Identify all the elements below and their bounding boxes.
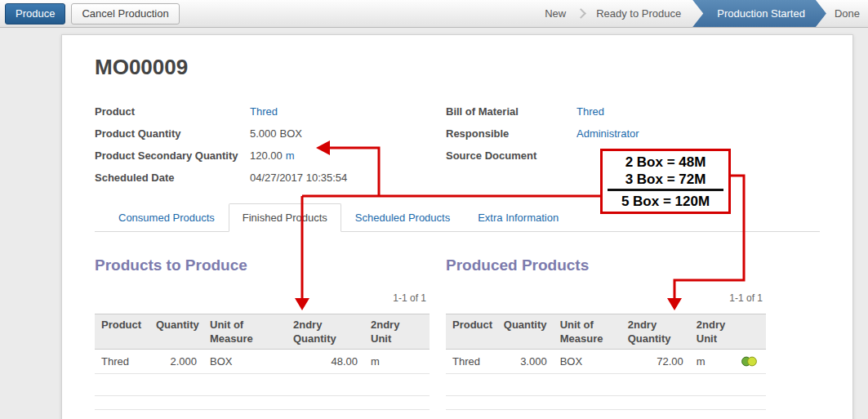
table-row[interactable]: Thred 2.000 BOX 48.00 m bbox=[95, 350, 430, 374]
field-row-responsible: Responsible Administrator bbox=[446, 123, 820, 145]
produced-products-section: Produced Products 1-1 of 1 Product Quant… bbox=[446, 256, 766, 419]
annotation-box: 2 Box = 48M 3 Box = 72M 5 Box = 120M bbox=[600, 149, 731, 214]
product-quantity-label: Product Quantity bbox=[95, 127, 250, 140]
column-header-2ndry-quantity[interactable]: 2ndry Quantity bbox=[287, 314, 364, 350]
table-header-row: Product Quantity Unit of Measure 2ndry Q… bbox=[446, 314, 766, 350]
products-to-produce-table: Product Quantity Unit of Measure 2ndry Q… bbox=[95, 314, 430, 419]
status-new[interactable]: New bbox=[536, 7, 574, 20]
scheduled-date-label: Scheduled Date bbox=[95, 172, 250, 184]
cell-action bbox=[735, 350, 766, 374]
cell-product: Thred bbox=[446, 350, 497, 374]
scheduled-date-value: 04/27/2017 10:35:54 bbox=[250, 172, 347, 184]
bill-of-material-label: Bill of Material bbox=[446, 105, 576, 118]
status-done[interactable]: Done bbox=[826, 7, 868, 20]
cell-uom: BOX bbox=[554, 350, 621, 374]
page-title: MO00009 bbox=[95, 55, 820, 79]
secondary-quantity-value: 120.00 bbox=[250, 149, 283, 162]
produced-products-pager[interactable]: 1-1 of 1 bbox=[446, 292, 763, 304]
tab-consumed-products[interactable]: Consumed Products bbox=[105, 203, 229, 232]
products-to-produce-section: Products to Produce 1-1 of 1 Product Qua… bbox=[95, 256, 430, 419]
cell-2ndry-quantity: 72.00 bbox=[621, 350, 690, 374]
field-row-bill-of-material: Bill of Material Thred bbox=[446, 100, 820, 123]
products-to-produce-title: Products to Produce bbox=[95, 256, 430, 274]
chevron-right-icon bbox=[576, 8, 586, 19]
status-production-started[interactable]: Production Started bbox=[692, 0, 826, 27]
column-header-uom[interactable]: Unit of Measure bbox=[554, 314, 621, 350]
empty-row bbox=[95, 410, 430, 419]
column-header-action bbox=[735, 314, 766, 350]
cell-uom: BOX bbox=[203, 350, 287, 374]
tab-finished-products[interactable]: Finished Products bbox=[229, 203, 341, 232]
column-header-quantity[interactable]: Quantity bbox=[497, 314, 554, 350]
bill-of-material-value-link[interactable]: Thred bbox=[576, 105, 604, 118]
empty-row bbox=[446, 410, 766, 419]
products-to-produce-pager[interactable]: 1-1 of 1 bbox=[95, 292, 426, 304]
cell-2ndry-unit: m bbox=[690, 350, 736, 374]
statusbar: New Ready to Produce Production Started … bbox=[536, 0, 868, 27]
source-document-label: Source Document bbox=[446, 149, 576, 162]
cell-product: Thred bbox=[95, 350, 149, 374]
column-header-product[interactable]: Product bbox=[446, 314, 497, 350]
column-header-2ndry-unit[interactable]: 2ndry Unit bbox=[364, 314, 430, 350]
cell-quantity: 2.000 bbox=[149, 350, 203, 374]
column-header-product[interactable]: Product bbox=[95, 314, 149, 350]
produce-record-icon[interactable] bbox=[741, 356, 757, 367]
column-header-2ndry-unit[interactable]: 2ndry Unit bbox=[690, 314, 736, 350]
cell-2ndry-unit: m bbox=[364, 350, 430, 374]
cell-2ndry-quantity: 48.00 bbox=[287, 350, 364, 374]
annotation-line-1: 2 Box = 48M bbox=[625, 154, 706, 171]
column-header-2ndry-quantity[interactable]: 2ndry Quantity bbox=[621, 314, 690, 350]
status-ready-to-produce[interactable]: Ready to Produce bbox=[588, 7, 689, 20]
secondary-quantity-label: Product Secondary Quantity bbox=[95, 149, 250, 162]
annotation-line-2: 3 Box = 72M bbox=[625, 171, 706, 188]
empty-row bbox=[95, 396, 430, 410]
secondary-quantity-unit[interactable]: m bbox=[286, 149, 295, 162]
product-quantity-value: 5.000 bbox=[250, 127, 277, 140]
produced-products-title: Produced Products bbox=[446, 256, 766, 274]
responsible-value-link[interactable]: Administrator bbox=[576, 127, 639, 140]
product-value-link[interactable]: Thred bbox=[250, 105, 278, 118]
table-header-row: Product Quantity Unit of Measure 2ndry Q… bbox=[95, 314, 430, 350]
empty-row bbox=[446, 396, 766, 410]
product-quantity-unit: BOX bbox=[280, 127, 302, 140]
cancel-production-button[interactable]: Cancel Production bbox=[71, 3, 179, 25]
product-label: Product bbox=[95, 105, 250, 118]
tab-extra-information[interactable]: Extra Information bbox=[464, 203, 572, 232]
responsible-label: Responsible bbox=[446, 127, 576, 140]
field-row-product: Product Thred bbox=[95, 100, 446, 123]
annotation-sum-divider bbox=[608, 189, 723, 191]
empty-row bbox=[95, 374, 430, 396]
cell-quantity: 3.000 bbox=[497, 350, 554, 374]
empty-row bbox=[446, 374, 766, 396]
table-row[interactable]: Thred 3.000 BOX 72.00 m bbox=[446, 350, 766, 374]
field-row-product-quantity: Product Quantity 5.000 BOX bbox=[95, 123, 446, 145]
column-header-uom[interactable]: Unit of Measure bbox=[203, 314, 287, 350]
column-header-quantity[interactable]: Quantity bbox=[149, 314, 203, 350]
manufacturing-order-sheet: MO00009 Product Thred Product Quantity 5… bbox=[61, 34, 853, 419]
annotation-line-3: 5 Box = 120M bbox=[621, 193, 710, 210]
field-row-scheduled-date: Scheduled Date 04/27/2017 10:35:54 bbox=[95, 167, 446, 189]
field-row-secondary-quantity: Product Secondary Quantity 120.00 m bbox=[95, 145, 446, 167]
tab-scheduled-products[interactable]: Scheduled Products bbox=[341, 203, 464, 232]
produced-products-table: Product Quantity Unit of Measure 2ndry Q… bbox=[446, 314, 766, 419]
topbar: Produce Cancel Production New Ready to P… bbox=[0, 0, 868, 28]
produce-button[interactable]: Produce bbox=[5, 3, 65, 25]
